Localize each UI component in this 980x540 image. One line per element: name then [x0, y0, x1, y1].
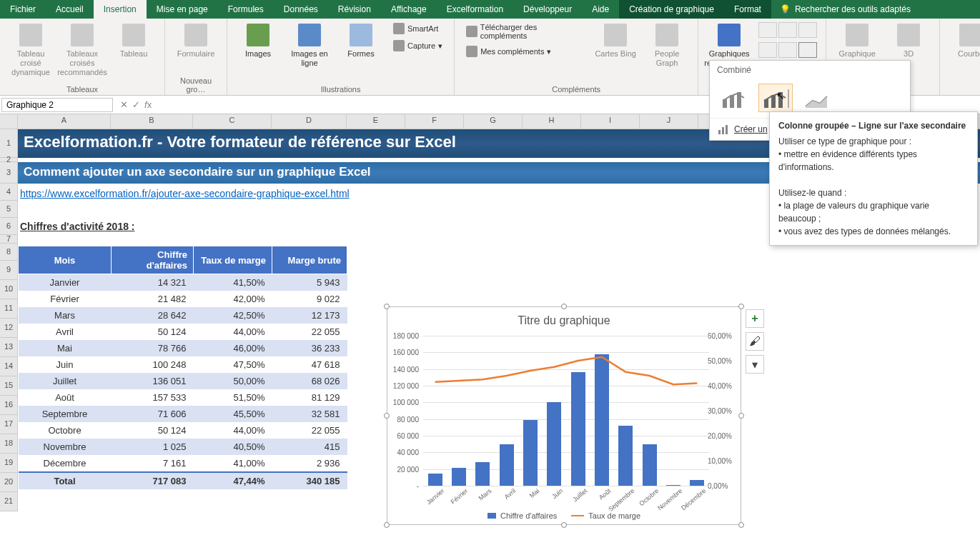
fx-icon[interactable]: fx [144, 99, 152, 110]
tab-affichage[interactable]: Affichage [381, 0, 437, 19]
plot-area[interactable] [423, 336, 709, 486]
tell-me-search[interactable]: 💡 Rechercher des outils adaptés [771, 0, 919, 19]
row-header-12[interactable]: 12 [0, 319, 18, 338]
tab-aide[interactable]: Aide [582, 0, 619, 19]
col-header-A[interactable]: A [18, 114, 111, 129]
table-row: Septembre71 60645,50%32 581 [19, 406, 347, 422]
data-table: MoisChiffre d'affairesTaux de margeMarge… [18, 246, 347, 489]
chart-type-combo-icon[interactable] [798, 42, 817, 58]
tab-formules[interactable]: Formules [218, 0, 274, 19]
images-button[interactable]: Images [233, 21, 283, 61]
row-header-10[interactable]: 10 [0, 280, 18, 299]
tab-revision[interactable]: Révision [328, 0, 381, 19]
tell-me-label: Rechercher des outils adaptés [795, 4, 911, 14]
row-header-21[interactable]: 21 [0, 492, 18, 511]
row-header-15[interactable]: 15 [0, 376, 18, 396]
shapes-button[interactable]: Formes [336, 21, 386, 61]
line-series[interactable] [435, 357, 698, 385]
people-graph-button[interactable]: People Graph [642, 21, 692, 71]
row-header-7[interactable]: 7 [0, 235, 18, 244]
row-header-14[interactable]: 14 [0, 357, 18, 376]
tab-insertion[interactable]: Insertion [94, 0, 147, 19]
table-row: Avril50 12444,00%22 055 [19, 324, 347, 340]
3d-map-button[interactable]: 3D [884, 21, 934, 61]
row-header-13[interactable]: 13 [0, 338, 18, 357]
col-header-F[interactable]: F [405, 114, 464, 129]
row-header-4[interactable]: 4 [0, 184, 18, 201]
my-addins-button[interactable]: Mes compléments ▾ [463, 44, 586, 59]
chart-type-map-icon[interactable] [798, 22, 817, 38]
table-row: Mars28 64242,50%12 173 [19, 307, 347, 324]
table-button[interactable]: Tableau [109, 21, 159, 61]
tab-donnees[interactable]: Données [274, 0, 328, 19]
col-header-B[interactable]: B [111, 114, 193, 129]
chart-elements-button[interactable]: + [746, 309, 764, 328]
chart-legend[interactable]: Chiffre d'affaires Taux de marge [387, 511, 741, 520]
cancel-formula-icon[interactable]: ✕ [120, 99, 128, 110]
bing-maps-button[interactable]: Cartes Bing [590, 21, 640, 61]
chart-title[interactable]: Titre du graphique [387, 307, 741, 331]
col-header-I[interactable]: I [581, 114, 640, 129]
tab-developpeur[interactable]: Développeur [513, 0, 582, 19]
ribbon-tabs: Fichier Accueil Insertion Mise en page F… [0, 0, 980, 19]
combo-option-3[interactable] [800, 84, 834, 112]
images-online-button[interactable]: Images en ligne [284, 21, 335, 71]
section-heading: Chiffres d'activité 2018 : [20, 221, 135, 232]
tab-format[interactable]: Format [724, 0, 771, 19]
select-all-corner[interactable] [0, 114, 18, 129]
row-header-17[interactable]: 17 [0, 415, 18, 434]
primary-y-axis: 180 000160 000140 000120 000100 00080 00… [387, 336, 422, 486]
col-header-D[interactable]: D [272, 114, 347, 129]
combo-option-secondary-axis[interactable]: ↖ [758, 84, 793, 112]
row-header-16[interactable]: 16 [0, 396, 18, 415]
smartart-button[interactable]: SmartArt [390, 21, 445, 36]
recommended-pivot-button[interactable]: Tableaux croisés recommandés [57, 21, 107, 81]
row-header-1[interactable]: 1 [0, 129, 18, 158]
pivot-table-button[interactable]: Tableau croisé dynamique [6, 21, 56, 81]
tab-accueil[interactable]: Accueil [46, 0, 94, 19]
group-tables-label: Tableaux [6, 85, 159, 95]
chart-type-hier-icon[interactable] [758, 42, 777, 58]
row-header-8[interactable]: 8 [0, 244, 18, 261]
row-header-20[interactable]: 20 [0, 473, 18, 492]
cursor-icon: ↖ [776, 90, 785, 101]
funnel-icon: ▾ [752, 358, 758, 371]
accept-formula-icon[interactable]: ✓ [132, 99, 140, 110]
tab-creation-graphique[interactable]: Création de graphique [619, 0, 724, 19]
lightbulb-icon: 💡 [780, 4, 791, 14]
tab-mise-en-page[interactable]: Mise en page [147, 0, 218, 19]
table-header: Taux de marge [194, 246, 272, 274]
name-box[interactable] [1, 98, 113, 112]
chart-type-column-icon[interactable] [758, 22, 777, 38]
capture-button[interactable]: Capture ▾ [390, 38, 445, 54]
row-header-6[interactable]: 6 [0, 218, 18, 235]
chart-styles-button[interactable]: 🖌 [746, 332, 764, 351]
tutorial-link[interactable]: https://www.excelformation.fr/ajouter-ax… [20, 188, 350, 199]
form-button[interactable]: Formulaire [171, 21, 221, 61]
tab-fichier[interactable]: Fichier [0, 0, 46, 19]
table-row: Juillet136 05150,00%68 026 [19, 373, 347, 389]
chart-filters-button[interactable]: ▾ [746, 355, 764, 374]
chart-type-stat-icon[interactable] [778, 42, 797, 58]
combo-tooltip: Colonne groupée – Ligne sur l'axe second… [769, 111, 978, 246]
table-header: Marge brute [272, 246, 347, 274]
tab-excelformation[interactable]: Excelformation [437, 0, 513, 19]
row-header-3[interactable]: 3 [0, 162, 18, 184]
col-header-E[interactable]: E [347, 114, 405, 129]
row-header-18[interactable]: 18 [0, 434, 18, 454]
col-header-G[interactable]: G [464, 114, 523, 129]
col-header-C[interactable]: C [193, 114, 272, 129]
row-header-19[interactable]: 19 [0, 454, 18, 473]
combo-option-1[interactable] [717, 84, 751, 112]
group-addins-label: Compléments [460, 85, 692, 95]
download-addins-button[interactable]: Télécharger des compléments [463, 21, 586, 42]
row-header-9[interactable]: 9 [0, 261, 18, 280]
embedded-chart[interactable]: Titre du graphique 180 000160 000140 000… [387, 306, 741, 525]
row-header-11[interactable]: 11 [0, 299, 18, 319]
col-header-J[interactable]: J [640, 114, 698, 129]
x-axis-labels: JanvierFévrierMarsAvrilMaiJuinJuilletAoû… [423, 487, 709, 509]
col-header-H[interactable]: H [523, 114, 581, 129]
row-header-5[interactable]: 5 [0, 201, 18, 218]
sparkline-line-button[interactable]: Courbe [946, 21, 980, 61]
chart-type-line-icon[interactable] [778, 22, 797, 38]
